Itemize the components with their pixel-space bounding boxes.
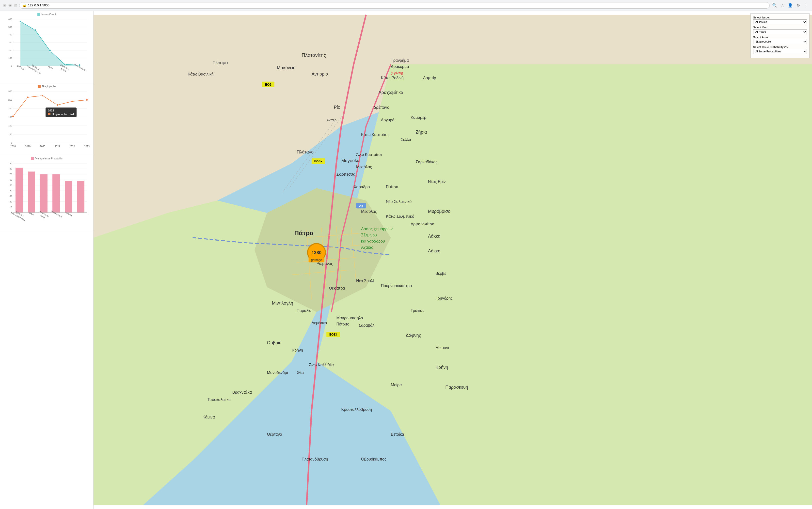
- select-area-label: Select Area:: [753, 36, 807, 39]
- svg-text:Παραλία: Παραλία: [297, 308, 311, 313]
- svg-text:Πλατανίτης: Πλατανίτης: [302, 53, 326, 58]
- select-year-label: Select Year:: [753, 26, 807, 29]
- browser-chrome: ← → ↺ 🔒 127.0.0.1:5000 🔍 ☆ 👤 ⚙ ⋮: [0, 0, 812, 11]
- chart3-title: Average Issue Probability: [35, 157, 63, 160]
- extensions-icon[interactable]: ⚙: [795, 2, 801, 8]
- forward-button[interactable]: →: [8, 4, 12, 7]
- svg-text:Πέραμα: Πέραμα: [213, 60, 228, 65]
- svg-text:Κάτω Βασιλική: Κάτω Βασιλική: [188, 72, 214, 76]
- svg-text:Νέο Σαλμενικό: Νέο Σαλμενικό: [386, 199, 412, 204]
- address-bar[interactable]: 🔒 127.0.0.1:5000: [19, 2, 770, 9]
- svg-text:Ακταίο: Ακταίο: [326, 118, 336, 122]
- url-text: 127.0.0.1:5000: [28, 3, 50, 7]
- svg-text:Καμαρέρ: Καμαρέρ: [411, 115, 426, 120]
- svg-text:garbage: garbage: [311, 258, 322, 262]
- svg-text:Θέα: Θέα: [297, 370, 304, 375]
- chart3-legend: Average Issue Probability: [2, 157, 91, 160]
- svg-text:Νέο Σουλί: Νέο Σουλί: [356, 278, 374, 283]
- map-area: EO5 EOSa A5 EO33 Πλατανίτης: [94, 11, 812, 509]
- svg-text:Πλατανόβρυση: Πλατανόβρυση: [302, 457, 328, 461]
- select-year-group: Select Year: All Years 2018 2019 2020 20…: [753, 26, 807, 34]
- chart2-title: Skagiopoulio: [42, 85, 56, 88]
- select-prob-label: Select Issue Probability (%):: [753, 45, 807, 48]
- svg-text:Κρυσταλλοβρύση: Κρυσταλλοβρύση: [342, 407, 372, 412]
- svg-text:Αρφαρωτίτσα: Αρφαρωτίτσα: [411, 222, 434, 226]
- svg-text:Άνω Καλλιθέα: Άνω Καλλιθέα: [309, 363, 334, 367]
- svg-text:Πουρναρόκαστρο: Πουρναρόκαστρο: [381, 283, 412, 288]
- svg-text:Άνω Καστρίτσι: Άνω Καστρίτσι: [356, 152, 382, 157]
- svg-text:Νέος Ερίν: Νέος Ερίν: [428, 179, 446, 184]
- svg-text:Ομβριά: Ομβριά: [267, 340, 282, 345]
- chart1-legend: Issues Count: [2, 13, 91, 16]
- back-button[interactable]: ←: [3, 4, 6, 7]
- chart1-title: Issues Count: [41, 13, 56, 16]
- chart2-canvas: [2, 89, 91, 153]
- svg-text:A5: A5: [359, 204, 363, 208]
- svg-text:1380: 1380: [312, 250, 321, 255]
- select-area-dropdown[interactable]: Skagiopoulio All Areas: [753, 39, 807, 44]
- svg-text:Λαμπίρ: Λαμπίρ: [423, 75, 436, 80]
- svg-text:Αραχωβίτικα: Αραχωβίτικα: [379, 90, 403, 95]
- svg-text:Κρήνη: Κρήνη: [292, 348, 303, 352]
- svg-text:Αχαϊας: Αχαϊας: [361, 245, 373, 249]
- chart3-canvas: [2, 161, 91, 230]
- bookmark-icon[interactable]: ☆: [780, 2, 785, 8]
- svg-text:Μεσόλας: Μεσόλας: [361, 209, 377, 213]
- main-layout: Issues Count Skagiopoulio 2022 Skagiopou…: [0, 11, 812, 509]
- svg-text:Αργυρά: Αργυρά: [381, 117, 395, 122]
- svg-text:Ζήρια: Ζήρια: [416, 130, 427, 135]
- svg-text:Θεκίατρα: Θεκίατρα: [329, 286, 345, 290]
- svg-text:Κάτω Ροδινή: Κάτω Ροδινή: [381, 75, 404, 80]
- svg-text:Σαρκαδάκος: Σαρκαδάκος: [416, 160, 437, 164]
- svg-text:Ρίο: Ρίο: [334, 105, 340, 110]
- menu-icon[interactable]: ⋮: [803, 2, 809, 8]
- svg-text:Μιντιλόγλη: Μιντιλόγλη: [272, 301, 293, 306]
- svg-text:Λάκκα: Λάκκα: [428, 248, 441, 253]
- chart1-container: Issues Count: [0, 11, 93, 83]
- chart1-canvas: [2, 17, 91, 81]
- svg-text:Σκιόπεσσα: Σκιόπεσσα: [336, 172, 355, 176]
- svg-text:και χαράδρου: και χαράδρου: [361, 239, 385, 243]
- svg-text:Τρανρήμα: Τρανρήμα: [391, 58, 409, 63]
- svg-text:(Σρίντη): (Σρίντη): [391, 71, 403, 75]
- svg-text:EOSa: EOSa: [314, 160, 322, 163]
- profile-icon[interactable]: 👤: [787, 2, 793, 8]
- svg-text:Μυρόβρισο: Μυρόβρισο: [428, 209, 450, 214]
- svg-text:Μοίρα: Μοίρα: [391, 382, 402, 387]
- svg-text:Πάτρα: Πάτρα: [294, 229, 314, 237]
- svg-text:Πιτίτσα: Πιτίτσα: [386, 184, 398, 189]
- select-year-dropdown[interactable]: All Years 2018 2019 2020 2021 2022 2023: [753, 29, 807, 34]
- svg-text:Δάφνης: Δάφνης: [405, 333, 421, 338]
- svg-text:Δρέπανο: Δρέπανο: [373, 105, 389, 110]
- reload-button[interactable]: ↺: [14, 4, 17, 7]
- svg-text:Σαραβάλι: Σαραβάλι: [359, 323, 376, 328]
- svg-text:Κάτω Σαλμενικό: Κάτω Σαλμενικό: [386, 214, 414, 218]
- svg-text:Κάμινα: Κάμινα: [202, 415, 215, 419]
- chart2-legend-box: [38, 85, 41, 88]
- select-issue-group: Select Issue: All Issues garbage lightin…: [753, 16, 807, 24]
- chart2-container: Skagiopoulio 2022 Skagiopoulio: 241: [0, 83, 93, 155]
- chart1-legend-box: [37, 13, 40, 16]
- svg-text:EO33: EO33: [329, 333, 337, 337]
- svg-text:Δάσος χειμάρρων: Δάσος χειμάρρων: [361, 227, 393, 231]
- controls-panel: Select Issue: All Issues garbage lightin…: [750, 13, 810, 58]
- svg-text:Τσουκαλαίικα: Τσουκαλαίικα: [207, 397, 231, 402]
- map-svg: EO5 EOSa A5 EO33 Πλατανίτης: [94, 11, 812, 509]
- search-icon[interactable]: 🔍: [772, 2, 778, 8]
- svg-text:Κάτω Καστρίτσι: Κάτω Καστρίτσι: [361, 132, 389, 137]
- select-prob-dropdown[interactable]: All Issue Probabilities 0-25 25-50 50-75…: [753, 49, 807, 54]
- svg-text:Αντίρριο: Αντίρριο: [312, 72, 328, 76]
- svg-text:Κρήνη: Κρήνη: [435, 365, 448, 370]
- svg-text:Θέρτανο: Θέρτανο: [267, 432, 282, 436]
- svg-text:Οβρυόκαμπος: Οβρυόκαμπος: [361, 457, 386, 461]
- svg-text:Μαγούλα: Μαγούλα: [342, 158, 360, 163]
- svg-text:Γρηγόρης: Γρηγόρης: [435, 296, 453, 300]
- svg-text:Μαυρομαντήλα: Μαυρομαντήλα: [336, 316, 363, 320]
- svg-text:Πέτριτο: Πέτριτο: [336, 322, 349, 326]
- svg-text:Βραχναίικα: Βραχναίικα: [232, 390, 252, 394]
- select-issue-dropdown[interactable]: All Issues garbage lighting road-constru…: [753, 20, 807, 24]
- svg-text:Μονοδένδρι: Μονοδένδρι: [267, 370, 288, 375]
- svg-text:EO5: EO5: [265, 83, 271, 87]
- svg-text:Μεσόλας: Μεσόλας: [356, 165, 372, 169]
- select-issue-label: Select Issue:: [753, 16, 807, 19]
